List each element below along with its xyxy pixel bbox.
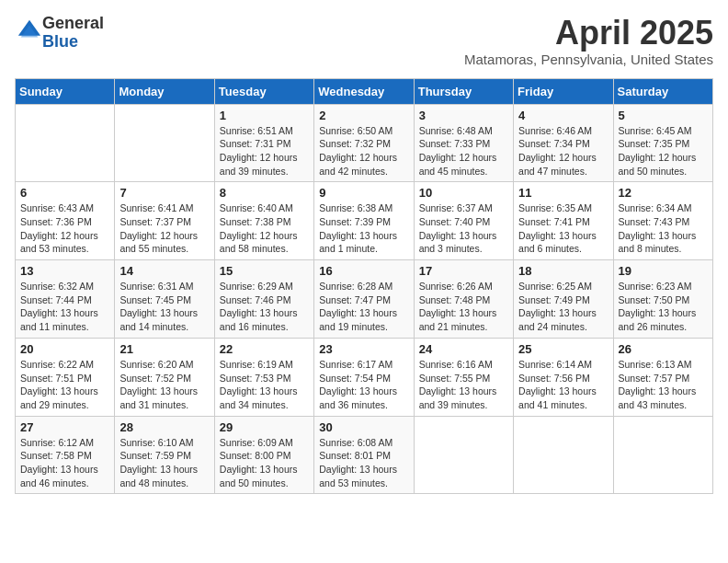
day-detail: Sunrise: 6:28 AM Sunset: 7:47 PM Dayligh… — [319, 280, 408, 334]
calendar-cell: 6Sunrise: 6:43 AM Sunset: 7:36 PM Daylig… — [16, 182, 115, 260]
logo-blue: Blue — [42, 32, 78, 51]
day-detail: Sunrise: 6:51 AM Sunset: 7:31 PM Dayligh… — [220, 124, 309, 178]
calendar-cell — [115, 104, 214, 182]
day-number: 21 — [119, 342, 209, 356]
calendar-cell: 3Sunrise: 6:48 AM Sunset: 7:33 PM Daylig… — [414, 104, 513, 182]
day-detail: Sunrise: 6:38 AM Sunset: 7:39 PM Dayligh… — [319, 201, 408, 256]
location: Matamoras, Pennsylvania, United States — [464, 52, 713, 67]
calendar-cell: 4Sunrise: 6:46 AM Sunset: 7:34 PM Daylig… — [514, 104, 613, 182]
calendar-cell: 11Sunrise: 6:35 AM Sunset: 7:41 PM Dayli… — [514, 182, 613, 260]
month-title: April 2025 — [464, 15, 713, 52]
day-detail: Sunrise: 6:34 AM Sunset: 7:43 PM Dayligh… — [619, 201, 708, 256]
calendar-cell: 10Sunrise: 6:37 AM Sunset: 7:40 PM Dayli… — [414, 182, 513, 260]
calendar-cell — [16, 104, 115, 182]
day-detail: Sunrise: 6:19 AM Sunset: 7:53 PM Dayligh… — [220, 358, 309, 412]
day-detail: Sunrise: 6:48 AM Sunset: 7:33 PM Dayligh… — [419, 124, 508, 178]
day-detail: Sunrise: 6:12 AM Sunset: 7:58 PM Dayligh… — [20, 436, 109, 490]
header-thursday: Thursday — [414, 78, 513, 104]
day-number: 8 — [220, 186, 309, 200]
day-detail: Sunrise: 6:50 AM Sunset: 7:32 PM Dayligh… — [319, 124, 408, 178]
calendar-cell: 26Sunrise: 6:13 AM Sunset: 7:57 PM Dayli… — [613, 338, 712, 416]
day-detail: Sunrise: 6:40 AM Sunset: 7:38 PM Dayligh… — [220, 201, 309, 256]
day-detail: Sunrise: 6:35 AM Sunset: 7:41 PM Dayligh… — [518, 201, 608, 256]
calendar-cell: 2Sunrise: 6:50 AM Sunset: 7:32 PM Daylig… — [314, 104, 414, 182]
day-number: 13 — [20, 264, 109, 278]
day-number: 28 — [119, 420, 209, 434]
day-number: 27 — [20, 420, 109, 434]
calendar-body: 1Sunrise: 6:51 AM Sunset: 7:31 PM Daylig… — [16, 104, 713, 494]
calendar-cell: 29Sunrise: 6:09 AM Sunset: 8:00 PM Dayli… — [214, 416, 313, 494]
day-detail: Sunrise: 6:23 AM Sunset: 7:50 PM Dayligh… — [619, 280, 708, 334]
week-row-2: 13Sunrise: 6:32 AM Sunset: 7:44 PM Dayli… — [16, 260, 713, 339]
day-detail: Sunrise: 6:16 AM Sunset: 7:55 PM Dayligh… — [419, 358, 508, 412]
calendar-cell: 22Sunrise: 6:19 AM Sunset: 7:53 PM Dayli… — [214, 338, 313, 416]
day-number: 2 — [319, 109, 408, 122]
week-row-1: 6Sunrise: 6:43 AM Sunset: 7:36 PM Daylig… — [16, 182, 713, 260]
day-number: 9 — [319, 186, 408, 200]
day-number: 23 — [319, 342, 408, 356]
day-number: 24 — [419, 342, 508, 356]
calendar-cell: 20Sunrise: 6:22 AM Sunset: 7:51 PM Dayli… — [16, 338, 115, 416]
day-detail: Sunrise: 6:08 AM Sunset: 8:01 PM Dayligh… — [319, 436, 408, 490]
day-number: 25 — [518, 342, 608, 356]
calendar-cell — [414, 416, 513, 494]
week-row-4: 27Sunrise: 6:12 AM Sunset: 7:58 PM Dayli… — [16, 416, 713, 494]
calendar-cell: 12Sunrise: 6:34 AM Sunset: 7:43 PM Dayli… — [613, 182, 712, 260]
week-row-0: 1Sunrise: 6:51 AM Sunset: 7:31 PM Daylig… — [16, 104, 713, 182]
header-saturday: Saturday — [613, 78, 712, 104]
day-detail: Sunrise: 6:13 AM Sunset: 7:57 PM Dayligh… — [619, 358, 708, 412]
header-wednesday: Wednesday — [314, 78, 414, 104]
day-detail: Sunrise: 6:29 AM Sunset: 7:46 PM Dayligh… — [220, 280, 309, 334]
day-number: 5 — [619, 109, 708, 122]
day-number: 18 — [518, 264, 608, 278]
day-detail: Sunrise: 6:17 AM Sunset: 7:54 PM Dayligh… — [319, 358, 408, 412]
day-number: 12 — [619, 186, 708, 200]
day-detail: Sunrise: 6:32 AM Sunset: 7:44 PM Dayligh… — [20, 280, 109, 334]
calendar-cell: 25Sunrise: 6:14 AM Sunset: 7:56 PM Dayli… — [514, 338, 613, 416]
calendar-cell: 27Sunrise: 6:12 AM Sunset: 7:58 PM Dayli… — [16, 416, 115, 494]
calendar-cell — [613, 416, 712, 494]
day-number: 30 — [319, 420, 408, 434]
day-number: 15 — [220, 264, 309, 278]
day-number: 14 — [119, 264, 209, 278]
calendar-cell: 16Sunrise: 6:28 AM Sunset: 7:47 PM Dayli… — [314, 260, 414, 339]
calendar-cell: 30Sunrise: 6:08 AM Sunset: 8:01 PM Dayli… — [314, 416, 414, 494]
day-detail: Sunrise: 6:22 AM Sunset: 7:51 PM Dayligh… — [20, 358, 109, 412]
calendar-cell — [514, 416, 613, 494]
day-detail: Sunrise: 6:26 AM Sunset: 7:48 PM Dayligh… — [419, 280, 508, 334]
day-detail: Sunrise: 6:41 AM Sunset: 7:37 PM Dayligh… — [119, 201, 209, 256]
header-sunday: Sunday — [16, 78, 115, 104]
day-detail: Sunrise: 6:46 AM Sunset: 7:34 PM Dayligh… — [518, 124, 608, 178]
day-number: 7 — [119, 186, 209, 200]
day-number: 4 — [518, 109, 608, 122]
calendar-cell: 23Sunrise: 6:17 AM Sunset: 7:54 PM Dayli… — [314, 338, 414, 416]
header-tuesday: Tuesday — [214, 78, 313, 104]
day-detail: Sunrise: 6:25 AM Sunset: 7:49 PM Dayligh… — [518, 280, 608, 334]
page-header: General Blue April 2025 Matamoras, Penns… — [15, 15, 713, 67]
header-monday: Monday — [115, 78, 214, 104]
calendar-cell: 24Sunrise: 6:16 AM Sunset: 7:55 PM Dayli… — [414, 338, 513, 416]
calendar-cell: 7Sunrise: 6:41 AM Sunset: 7:37 PM Daylig… — [115, 182, 214, 260]
calendar-cell: 19Sunrise: 6:23 AM Sunset: 7:50 PM Dayli… — [613, 260, 712, 339]
calendar-cell: 21Sunrise: 6:20 AM Sunset: 7:52 PM Dayli… — [115, 338, 214, 416]
calendar-cell: 15Sunrise: 6:29 AM Sunset: 7:46 PM Dayli… — [214, 260, 313, 339]
day-number: 19 — [619, 264, 708, 278]
day-number: 29 — [220, 420, 309, 434]
day-number: 22 — [220, 342, 309, 356]
calendar-cell: 5Sunrise: 6:45 AM Sunset: 7:35 PM Daylig… — [613, 104, 712, 182]
day-number: 16 — [319, 264, 408, 278]
day-number: 3 — [419, 109, 508, 122]
day-number: 17 — [419, 264, 508, 278]
day-detail: Sunrise: 6:31 AM Sunset: 7:45 PM Dayligh… — [119, 280, 209, 334]
calendar-cell: 1Sunrise: 6:51 AM Sunset: 7:31 PM Daylig… — [214, 104, 313, 182]
day-detail: Sunrise: 6:20 AM Sunset: 7:52 PM Dayligh… — [119, 358, 209, 412]
logo-icon — [17, 18, 42, 44]
day-detail: Sunrise: 6:43 AM Sunset: 7:36 PM Dayligh… — [20, 201, 109, 256]
day-number: 20 — [20, 342, 109, 356]
header-row: SundayMondayTuesdayWednesdayThursdayFrid… — [16, 78, 713, 104]
logo: General Blue — [15, 15, 104, 52]
calendar-cell: 13Sunrise: 6:32 AM Sunset: 7:44 PM Dayli… — [16, 260, 115, 339]
day-detail: Sunrise: 6:10 AM Sunset: 7:59 PM Dayligh… — [119, 436, 209, 490]
day-number: 6 — [20, 186, 109, 200]
header-friday: Friday — [514, 78, 613, 104]
